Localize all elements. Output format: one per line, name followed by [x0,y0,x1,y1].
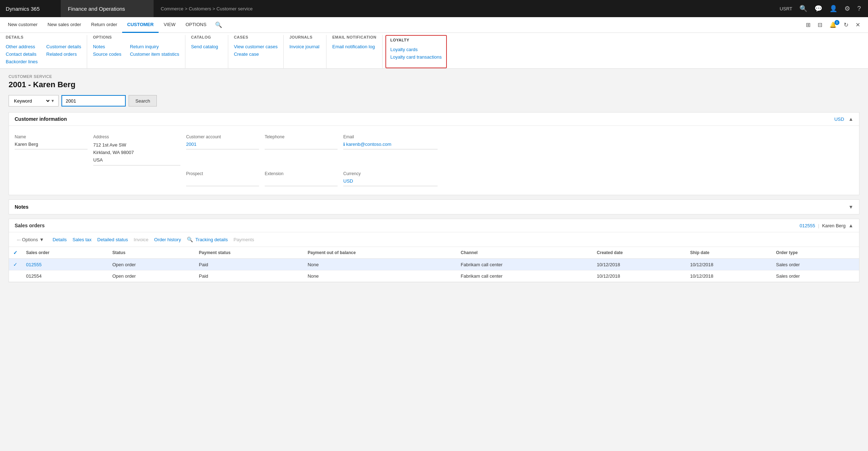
menu-ribbon: DETAILS Other address Contact details Ba… [0,33,868,69]
customer-account-value[interactable]: 2001 [186,142,259,149]
spacer-2 [93,168,186,189]
row1-order-type: Sales order [772,259,859,271]
search-icon[interactable]: 🔍 [797,5,810,13]
sales-toolbar: ··· Options ▼ Details Sales tax Detailed… [9,232,859,247]
menu-email-notification-log[interactable]: Email notification log [332,44,376,50]
order-history-button[interactable]: Order history [152,236,183,244]
prospect-value [186,178,259,186]
cases-group-header: CASES [234,35,278,41]
col-payment-out-of-balance[interactable]: Payment out of balance [303,247,457,259]
row2-channel: Fabrikam call center [457,271,593,282]
order-link[interactable]: 012555 [800,223,815,228]
menu-backorder-lines[interactable]: Backorder lines [6,59,38,65]
menu-notes[interactable]: Notes [93,44,121,50]
col-channel[interactable]: Channel [457,247,593,259]
row2-sales-order[interactable]: 012554 [22,271,108,282]
dynamics365-logo[interactable]: Dynamics 365 [0,0,61,17]
email-field: Email ℹkarenb@contoso.com [343,132,443,168]
notes-title: Notes [15,204,29,210]
ribbon-customer[interactable]: CUSTOMER [122,17,159,33]
menu-group-details: DETAILS Other address Contact details Ba… [0,35,87,68]
help-icon[interactable]: ? [854,5,864,13]
options-group-cols: Notes Source codes Return inquiry Custom… [93,44,179,57]
currency-value[interactable]: USD [343,178,438,186]
email-value[interactable]: ℹkarenb@contoso.com [343,142,438,149]
ribbon-view[interactable]: VIEW [159,17,180,33]
grid-icon[interactable]: ⊞ [804,21,813,28]
row1-sales-order[interactable]: 012555 [22,259,108,271]
customer-account-field: Customer account 2001 [186,132,265,168]
sales-customer-name: Karen Berg [822,223,845,228]
telephone-label: Telephone [265,134,338,139]
chat-icon[interactable]: 💬 [812,5,825,13]
page-subtitle: CUSTOMER SERVICE [9,74,859,79]
info-circle-icon: ℹ [343,142,345,147]
menu-related-orders[interactable]: Related orders [46,51,81,57]
notification-icon[interactable]: 🔔 0 [827,21,839,28]
ribbon-new-sales-order[interactable]: New sales order [43,17,86,33]
search-input[interactable] [61,95,126,106]
table-row[interactable]: 012554 Open order Paid None Fabrikam cal… [9,271,859,282]
notes-header[interactable]: Notes ▼ [9,200,859,214]
detailed-status-button[interactable]: Detailed status [95,236,130,244]
ribbon-search-icon[interactable]: 🔍 [211,21,226,28]
menu-group-email-notification: EMAIL NOTIFICATION Email notification lo… [326,35,382,68]
details-col-1: Other address Contact details Backorder … [6,44,38,65]
header-check-icon: ✓ [13,250,18,256]
menu-loyalty-cards[interactable]: Loyalty cards [390,46,442,53]
search-button[interactable]: Search [129,95,157,106]
ribbon-options[interactable]: OPTIONS [180,17,211,33]
col-status[interactable]: Status [108,247,194,259]
row2-ship-date: 10/12/2018 [686,271,772,282]
tracking-details-button[interactable]: 🔍 Tracking details [185,235,230,244]
col-payment-status[interactable]: Payment status [195,247,303,259]
currency-label: Currency [343,171,438,176]
col-sales-order[interactable]: Sales order [22,247,108,259]
search-bar: Keyword ▼ Search [9,95,859,106]
options-col-1: Notes Source codes [93,44,121,57]
details-button[interactable]: Details [50,236,69,244]
ribbon-return-order[interactable]: Return order [86,17,122,33]
menu-return-inquiry[interactable]: Return inquiry [130,44,179,50]
row1-payment-status: Paid [195,259,303,271]
name-field: Name Karen Berg [15,132,93,168]
options-button[interactable]: ··· Options ▼ [15,236,46,244]
customer-info-header[interactable]: Customer information USD ▲ [9,113,859,126]
user-icon[interactable]: 👤 [827,5,840,13]
col-ship-date[interactable]: Ship date [686,247,772,259]
customer-info-title: Customer information [15,116,67,122]
menu-contact-details[interactable]: Contact details [6,51,38,57]
menu-group-journals: JOURNALS Invoice journal [284,35,326,68]
col-created-date[interactable]: Created date [593,247,686,259]
top-right-actions: USRT 🔍 💬 👤 ⚙ ? [780,5,868,13]
finance-operations-label[interactable]: Finance and Operations [61,0,154,17]
search-type-select[interactable]: Keyword [13,98,51,104]
col-order-type[interactable]: Order type [772,247,859,259]
row1-ship-date: 10/12/2018 [686,259,772,271]
extension-value [265,178,338,186]
page-content: CUSTOMER SERVICE 2001 - Karen Berg Keywo… [0,69,868,448]
table-row[interactable]: ✓ 012555 Open order Paid None Fabrikam c… [9,259,859,271]
extension-field: Extension [265,168,343,189]
checkbox-col-header[interactable]: ✓ [9,247,22,259]
menu-send-catalog[interactable]: Send catalog [191,44,222,50]
close-icon[interactable]: ✕ [853,21,862,28]
windows-icon[interactable]: ⊟ [815,21,824,28]
page-title: 2001 - Karen Berg [9,80,859,89]
currency-link[interactable]: USD [834,117,844,122]
menu-customer-item-statistics[interactable]: Customer item statistics [130,51,179,57]
catalog-items: Send catalog [191,44,222,50]
refresh-icon[interactable]: ↻ [842,21,850,28]
sales-tax-button[interactable]: Sales tax [70,236,94,244]
menu-create-case[interactable]: Create case [234,51,278,57]
menu-invoice-journal[interactable]: Invoice journal [289,44,320,50]
chevron-down-icon: ▼ [848,204,853,210]
menu-other-address[interactable]: Other address [6,44,38,50]
settings-icon[interactable]: ⚙ [842,5,853,13]
ribbon-new-customer[interactable]: New customer [3,17,43,33]
search-select-wrapper[interactable]: Keyword ▼ [9,95,59,106]
menu-loyalty-card-transactions[interactable]: Loyalty card transactions [390,54,442,60]
menu-view-customer-cases[interactable]: View customer cases [234,44,278,50]
menu-customer-details[interactable]: Customer details [46,44,81,50]
menu-source-codes[interactable]: Source codes [93,51,121,57]
